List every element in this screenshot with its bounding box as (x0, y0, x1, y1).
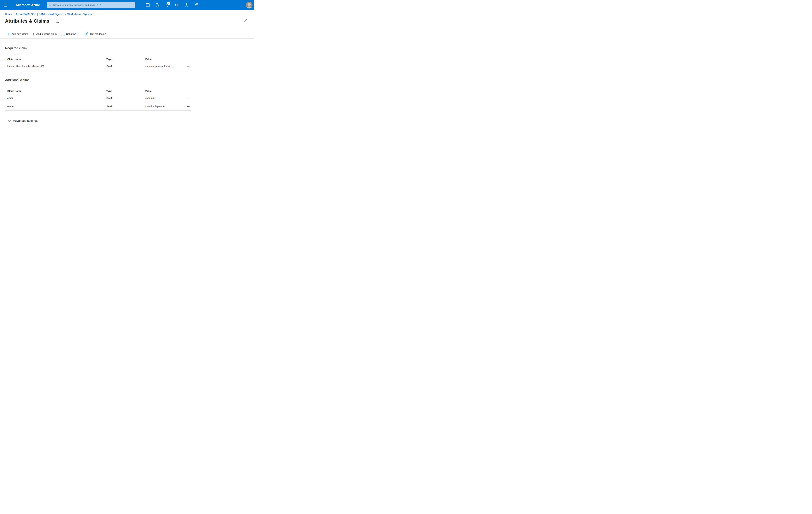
azure-top-bar: Microsoft Azure 6 (0, 0, 254, 10)
breadcrumb-separator: › (93, 12, 94, 16)
column-header-type: Type (106, 88, 145, 92)
table-header-row: Claim name Type Value (5, 86, 191, 94)
breadcrumb-separator: › (65, 12, 66, 16)
got-feedback-button[interactable]: Got feedback? (85, 32, 107, 36)
advanced-settings-label: Advanced settings (13, 119, 37, 123)
plus-icon (7, 33, 10, 35)
add-new-claim-label: Add new claim (11, 32, 28, 35)
global-search (47, 2, 135, 8)
page-context-menu-button[interactable]: … (56, 19, 59, 23)
breadcrumb-separator: › (13, 12, 14, 16)
page-header: Attributes & Claims … (0, 16, 254, 24)
columns-button[interactable]: Columns (61, 32, 76, 35)
type-cell: SAML (106, 105, 145, 108)
row-context-menu-button[interactable]: ••• (184, 97, 191, 99)
cloud-shell-button[interactable] (144, 1, 151, 9)
table-row[interactable]: email SAML user.mail ••• (5, 94, 191, 102)
plus-icon (32, 33, 35, 35)
hamburger-menu-button[interactable] (4, 1, 10, 9)
brand-title[interactable]: Microsoft Azure (16, 3, 40, 7)
avatar[interactable] (246, 2, 253, 8)
gear-icon: ⚙ (175, 3, 179, 7)
column-header-claim-name: Claim name (7, 88, 106, 92)
breadcrumb-signon-link[interactable]: SAML-based Sign-on (67, 13, 92, 16)
value-cell[interactable]: user.userprincipalname [... (145, 65, 184, 67)
columns-label: Columns (66, 32, 76, 35)
close-button[interactable] (243, 18, 248, 23)
type-cell: SAML (106, 97, 145, 100)
toolbar-rule (0, 38, 254, 38)
directory-filter-button[interactable] (154, 1, 161, 9)
table-header-row: Claim name Type Value (5, 55, 191, 62)
add-new-claim-button[interactable]: Add new claim (7, 32, 28, 35)
claim-name-cell[interactable]: name (7, 105, 106, 108)
page-title: Attributes & Claims (5, 18, 49, 24)
breadcrumb: Home › Azure SAML SSO | SAML-based Sign-… (0, 10, 254, 16)
value-cell[interactable]: user.displayname (145, 105, 184, 108)
help-icon: ? (185, 3, 188, 7)
row-context-menu-button[interactable]: ••• (184, 105, 191, 107)
advanced-settings-toggle[interactable]: Advanced settings (8, 119, 37, 123)
claim-name-cell[interactable]: email (7, 97, 106, 100)
additional-claims-table: Claim name Type Value email SAML user.ma… (5, 86, 191, 111)
help-button[interactable]: ? (183, 1, 190, 9)
table-row[interactable]: Unique User Identifier (Name ID) SAML us… (5, 62, 191, 71)
column-header-claim-name: Claim name (7, 56, 106, 61)
got-feedback-label: Got feedback? (90, 32, 107, 35)
chevron-down-icon (8, 120, 11, 122)
table-row[interactable]: name SAML user.displayname ••• (5, 102, 191, 111)
search-input[interactable] (47, 2, 135, 8)
type-cell: SAML (106, 65, 145, 67)
column-header-value: Value (145, 56, 184, 61)
column-header-value: Value (145, 88, 184, 92)
notification-badge: 6 (167, 2, 170, 5)
settings-button[interactable]: ⚙ (173, 1, 180, 9)
topbar-icon-group: 6 ⚙ ? (144, 1, 203, 9)
required-claim-table: Claim name Type Value Unique User Identi… (5, 55, 191, 71)
notifications-button[interactable]: 6 (164, 1, 171, 9)
close-icon (244, 19, 247, 22)
feedback-button[interactable] (193, 1, 200, 9)
cloud-shell-icon (146, 3, 150, 7)
directory-filter-icon (155, 3, 159, 7)
additional-claims-heading: Additional claims (5, 78, 254, 82)
breadcrumb-home-link[interactable]: Home (5, 13, 12, 16)
add-group-claim-label: Add a group claim (36, 32, 57, 35)
claim-name-cell[interactable]: Unique User Identifier (Name ID) (7, 65, 106, 67)
hamburger-icon (4, 4, 7, 4)
command-bar: Add new claim Add a group claim Columns … (7, 31, 254, 36)
column-header-type: Type (106, 56, 145, 61)
breadcrumb-app-link[interactable]: Azure SAML SSO | SAML-based Sign-on (16, 13, 63, 16)
columns-icon (61, 33, 65, 35)
feedback-person-icon (85, 32, 89, 36)
feedback-icon (194, 3, 198, 7)
value-cell[interactable]: user.mail (145, 97, 184, 100)
row-context-menu-button[interactable]: ••• (184, 65, 191, 67)
required-claim-heading: Required claim (5, 46, 254, 50)
add-group-claim-button[interactable]: Add a group claim (32, 32, 57, 35)
